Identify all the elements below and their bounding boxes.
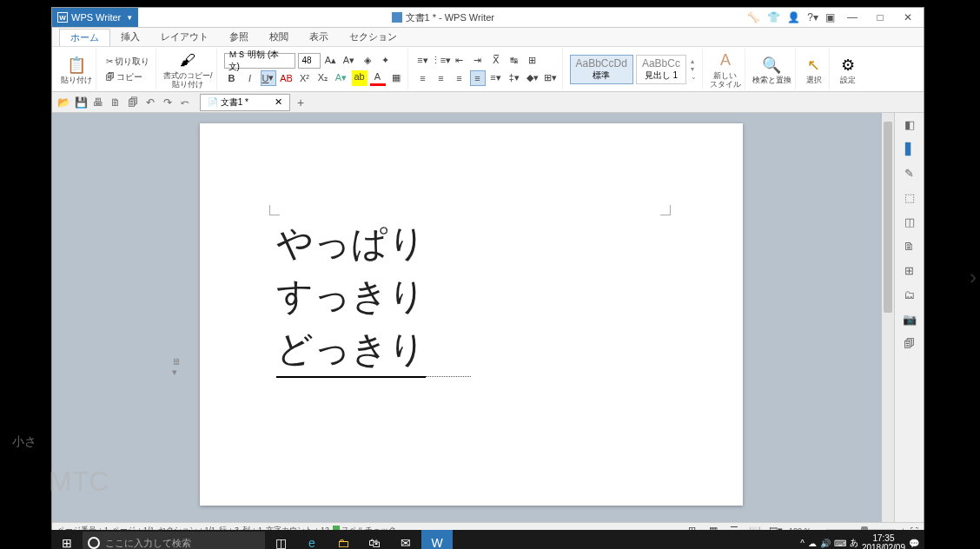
edge-icon[interactable]: e: [296, 530, 328, 549]
bullets-button[interactable]: ≡▾: [415, 53, 431, 69]
tray-volume-icon[interactable]: 🔊: [820, 539, 831, 548]
add-tab-button[interactable]: +: [297, 96, 304, 109]
start-button[interactable]: ⊞: [51, 530, 83, 549]
decrease-indent-button[interactable]: ⇤: [452, 53, 467, 69]
bone-icon[interactable]: 🦴: [747, 11, 760, 23]
undo-button[interactable]: ↶: [142, 95, 158, 110]
mail-icon[interactable]: ✉: [390, 530, 421, 549]
increase-indent-button[interactable]: ⇥: [470, 53, 486, 69]
tab-insert[interactable]: 挿入: [110, 29, 150, 45]
tab-button[interactable]: ↹: [507, 53, 522, 69]
style-scroll-down[interactable]: ▾: [691, 65, 697, 73]
shrink-font-button[interactable]: A▾: [341, 53, 357, 69]
user-icon[interactable]: 👤: [787, 11, 800, 23]
shirt-icon[interactable]: 👕: [767, 11, 780, 23]
style-scroll-up[interactable]: ▴: [691, 57, 697, 65]
box-button[interactable]: ▣: [825, 11, 835, 23]
panel-doc-icon[interactable]: 🗎: [902, 238, 917, 254]
border-button[interactable]: ⊞▾: [543, 70, 559, 86]
tab-view[interactable]: 表示: [299, 29, 339, 45]
preview-button[interactable]: 🗎: [108, 95, 123, 110]
clear-format-button[interactable]: ◈: [360, 53, 375, 69]
highlight-button[interactable]: ab: [352, 70, 368, 86]
help-button[interactable]: ?▾: [807, 11, 818, 23]
page[interactable]: 🗎 ▾ やっぱり すっきり どっきり: [200, 123, 743, 506]
tab-review[interactable]: 校閲: [259, 29, 299, 45]
panel-props-icon[interactable]: ⊞: [902, 262, 917, 278]
panel-task-icon[interactable]: 🗂: [902, 287, 917, 302]
select-button[interactable]: ↖ 選択: [799, 49, 830, 89]
tab-home[interactable]: ホーム: [59, 29, 110, 46]
panel-select-icon[interactable]: ⬚: [902, 189, 917, 205]
copy-button[interactable]: 🗐コピー: [103, 70, 152, 84]
bold-button[interactable]: B: [224, 70, 240, 86]
cut-button[interactable]: ✂切り取り: [103, 55, 152, 69]
grow-font-button[interactable]: A▴: [323, 53, 339, 69]
text-effect-button[interactable]: A▾: [334, 70, 349, 86]
fill-button[interactable]: ◆▾: [525, 70, 540, 86]
export-button[interactable]: 🗐: [125, 95, 141, 110]
sort-button[interactable]: X̅: [488, 53, 504, 69]
shading-button[interactable]: ▦: [388, 70, 404, 86]
panel-nav-icon[interactable]: ▋: [902, 141, 917, 156]
tray-keyboard-icon[interactable]: ⌨: [834, 539, 846, 548]
app-menu[interactable]: W WPS Writer ▼: [52, 8, 138, 27]
line-spacing-button[interactable]: ‡▾: [507, 70, 522, 86]
notifications-icon[interactable]: 💬: [909, 539, 919, 548]
close-button[interactable]: ✕: [897, 11, 918, 23]
style-expand[interactable]: ⌄: [691, 73, 697, 81]
align-right-button[interactable]: ≡: [452, 70, 467, 86]
task-view-button[interactable]: ◫: [265, 530, 296, 549]
open-button[interactable]: 📂: [56, 95, 71, 110]
panel-camera-icon[interactable]: 📷: [902, 311, 917, 327]
scroll-thumb[interactable]: [884, 122, 892, 313]
format-painter-group[interactable]: 🖌 書式のコピー/ 貼り付け: [160, 49, 217, 89]
taskbar-clock[interactable]: 17:35 2018/02/09: [862, 533, 905, 549]
wps-task-icon[interactable]: W: [421, 530, 453, 549]
tab-section[interactable]: セクション: [339, 29, 407, 45]
strikethrough-button[interactable]: AB: [279, 70, 295, 86]
panel-toggle-icon[interactable]: ◧: [902, 116, 917, 132]
font-color-button[interactable]: A: [370, 70, 386, 86]
minimize-button[interactable]: —: [842, 11, 863, 23]
show-marks-button[interactable]: ⊞: [525, 53, 540, 69]
font-size-select[interactable]: 48: [298, 53, 321, 69]
tray-up-icon[interactable]: ^: [800, 539, 805, 548]
style-normal[interactable]: AaBbCcDd 標準: [570, 55, 633, 84]
numbering-button[interactable]: ⋮≡▾: [434, 53, 449, 69]
italic-button[interactable]: I: [242, 70, 258, 86]
phonetic-button[interactable]: ✦: [378, 53, 394, 69]
tray-ime-icon[interactable]: あ: [850, 537, 858, 549]
save-button[interactable]: 💾: [73, 95, 89, 110]
print-button[interactable]: 🖶: [90, 95, 106, 110]
document-text[interactable]: やっぱり すっきり どっきり: [276, 217, 426, 378]
distribute-button[interactable]: ≡▾: [488, 70, 504, 86]
tray-cloud-icon[interactable]: ☁: [808, 539, 817, 548]
redo-button[interactable]: ↷: [160, 95, 175, 110]
store-icon[interactable]: 🛍: [359, 530, 390, 549]
align-center-button[interactable]: ≡: [434, 70, 449, 86]
align-left-button[interactable]: ≡: [415, 70, 431, 86]
font-name-select[interactable]: ＭＳ 明朝 (本文): [224, 53, 295, 69]
new-style-button[interactable]: A 新しい スタイル: [706, 49, 745, 89]
taskbar-search[interactable]: ここに入力して検索: [83, 532, 265, 549]
tab-reference[interactable]: 参照: [219, 29, 259, 45]
underline-button[interactable]: U▾: [261, 70, 276, 86]
vertical-scrollbar[interactable]: [882, 113, 894, 522]
explorer-icon[interactable]: 🗀: [328, 530, 359, 549]
overlay-next-arrow[interactable]: ›: [970, 265, 977, 289]
justify-button[interactable]: ≡: [470, 70, 486, 86]
settings-button[interactable]: ⚙ 設定: [833, 49, 863, 89]
maximize-button[interactable]: □: [870, 11, 891, 23]
panel-style-icon[interactable]: ✎: [902, 165, 917, 181]
panel-shape-icon[interactable]: ◫: [902, 214, 917, 229]
document-tab[interactable]: 📄 文書1 * ✕: [200, 94, 290, 111]
paste-icon[interactable]: 📋: [65, 54, 88, 76]
subscript-button[interactable]: X₂: [315, 70, 331, 86]
page-nav-icon[interactable]: 🗎 ▾: [172, 356, 186, 370]
panel-clip-icon[interactable]: 🗐: [902, 335, 917, 351]
tab-layout[interactable]: レイアウト: [150, 29, 219, 45]
superscript-button[interactable]: X²: [297, 70, 313, 86]
style-heading1[interactable]: AaBbCc 見出し 1: [636, 55, 686, 84]
repeat-button[interactable]: ⤺: [177, 95, 193, 110]
